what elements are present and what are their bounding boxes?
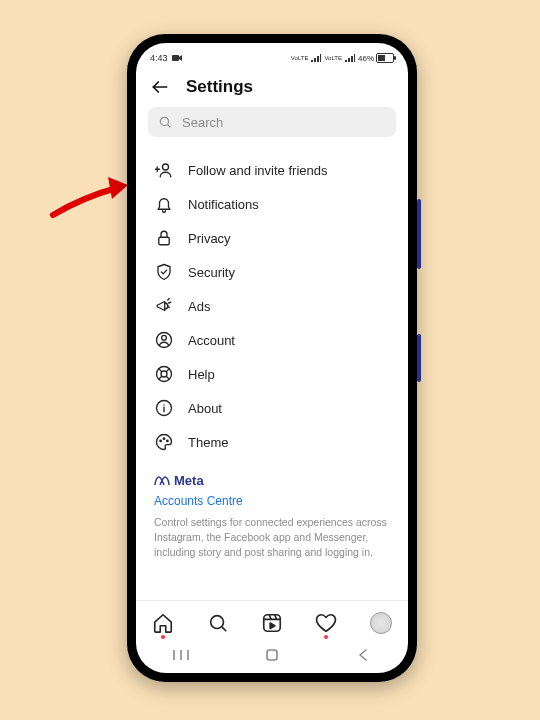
svg-line-3	[168, 125, 171, 128]
meta-brand: Meta	[154, 473, 390, 488]
meta-icon	[154, 475, 170, 487]
signal-icon	[311, 54, 321, 62]
home-icon	[152, 612, 174, 634]
item-theme[interactable]: Theme	[140, 425, 404, 459]
item-security[interactable]: Security	[140, 255, 404, 289]
app-header: Settings	[136, 69, 408, 107]
svg-rect-27	[264, 615, 281, 632]
search-bar[interactable]	[148, 107, 396, 137]
svg-point-12	[162, 335, 167, 340]
phone-side-button	[417, 334, 421, 382]
battery-indicator: 46%	[358, 53, 394, 63]
avatar	[370, 612, 392, 634]
item-label: Follow and invite friends	[188, 163, 327, 178]
nav-back[interactable]	[343, 648, 383, 662]
svg-line-15	[158, 368, 161, 371]
item-follow-invite[interactable]: Follow and invite friends	[140, 153, 404, 187]
status-bar: 4:43 VoLTE VoLTE 46%	[136, 43, 408, 69]
item-notifications[interactable]: Notifications	[140, 187, 404, 221]
shield-check-icon	[154, 263, 174, 281]
settings-list: Follow and invite friends Notifications …	[136, 143, 408, 600]
item-help[interactable]: Help	[140, 357, 404, 391]
tab-profile[interactable]	[367, 612, 395, 634]
item-label: Theme	[188, 435, 228, 450]
lifebuoy-icon	[154, 365, 174, 383]
svg-point-22	[160, 440, 162, 442]
item-label: Ads	[188, 299, 210, 314]
svg-rect-34	[267, 650, 277, 660]
svg-rect-7	[159, 237, 170, 245]
meta-section: Meta Accounts Centre Control settings fo…	[140, 459, 404, 569]
bell-icon	[154, 195, 174, 213]
item-label: Security	[188, 265, 235, 280]
svg-line-26	[222, 627, 226, 631]
svg-line-17	[158, 376, 161, 379]
battery-percent: 46%	[358, 54, 374, 63]
heart-icon	[315, 612, 337, 634]
nav-home-icon	[265, 648, 279, 662]
accounts-centre-link[interactable]: Accounts Centre	[154, 494, 243, 508]
item-privacy[interactable]: Privacy	[140, 221, 404, 255]
reels-icon	[261, 612, 283, 634]
person-add-icon	[154, 161, 174, 179]
signal-icon	[345, 54, 355, 62]
svg-line-9	[169, 302, 171, 303]
megaphone-icon	[154, 297, 174, 315]
item-label: Privacy	[188, 231, 231, 246]
search-icon	[207, 612, 229, 634]
network-label: VoLTE	[324, 55, 342, 61]
back-button[interactable]	[150, 77, 170, 97]
user-circle-icon	[154, 331, 174, 349]
nav-recents[interactable]	[161, 648, 201, 662]
svg-rect-0	[172, 55, 179, 61]
nav-back-icon	[357, 648, 369, 662]
status-time: 4:43	[150, 53, 168, 63]
tab-reels[interactable]	[258, 612, 286, 634]
svg-point-14	[161, 371, 167, 377]
bottom-tab-bar	[136, 600, 408, 643]
notification-dot	[161, 635, 165, 639]
svg-point-24	[167, 440, 169, 442]
item-label: About	[188, 401, 222, 416]
tab-activity[interactable]	[312, 612, 340, 634]
item-account[interactable]: Account	[140, 323, 404, 357]
page-title: Settings	[186, 77, 253, 97]
info-icon	[154, 399, 174, 417]
item-about[interactable]: About	[140, 391, 404, 425]
phone-side-button	[417, 199, 421, 269]
android-nav-bar	[136, 643, 408, 673]
notification-dot	[324, 635, 328, 639]
search-icon	[158, 115, 172, 129]
phone-screen: 4:43 VoLTE VoLTE 46% Settings	[136, 43, 408, 673]
camera-icon	[172, 54, 182, 62]
svg-point-23	[163, 438, 165, 440]
item-label: Account	[188, 333, 235, 348]
phone-mockup: 4:43 VoLTE VoLTE 46% Settings	[127, 34, 417, 682]
meta-description: Control settings for connected experienc…	[154, 515, 390, 561]
svg-point-25	[210, 616, 223, 629]
arrow-left-icon	[150, 77, 170, 97]
recents-icon	[172, 648, 190, 662]
palette-icon	[154, 433, 174, 451]
svg-line-18	[166, 376, 169, 379]
nav-home[interactable]	[252, 648, 292, 662]
meta-brand-label: Meta	[174, 473, 204, 488]
search-input[interactable]	[180, 114, 386, 131]
annotation-arrow	[48, 155, 138, 225]
svg-line-16	[166, 368, 169, 371]
network-label: VoLTE	[291, 55, 309, 61]
svg-point-2	[160, 117, 168, 125]
tab-home[interactable]	[149, 612, 177, 634]
svg-point-4	[163, 164, 169, 170]
lock-icon	[154, 229, 174, 247]
item-label: Help	[188, 367, 215, 382]
item-ads[interactable]: Ads	[140, 289, 404, 323]
tab-search[interactable]	[204, 612, 232, 634]
svg-line-8	[168, 299, 170, 301]
item-label: Notifications	[188, 197, 259, 212]
